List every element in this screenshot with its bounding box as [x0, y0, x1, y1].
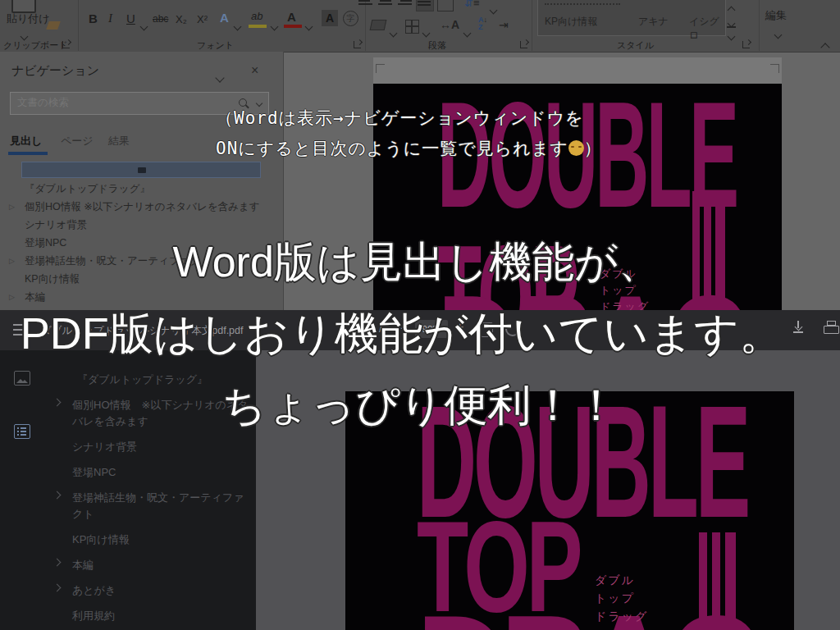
line-spacing-icon[interactable]: ⇵≡ [464, 0, 480, 9]
bookmark-item[interactable]: 登場NPC [72, 464, 251, 481]
tab-results[interactable]: 結果 [108, 134, 130, 148]
print-icon[interactable] [824, 321, 838, 336]
line-spacing-dropdown-icon[interactable] [491, 2, 496, 16]
annotation-note-line1: （Wordは表示→ナビゲーションウィンドウを [216, 107, 584, 130]
editing-dropdown-icon[interactable] [775, 26, 781, 41]
bookmark-item[interactable]: KP向け情報 [72, 532, 251, 548]
clipboard-group-label: クリップボード [3, 39, 68, 52]
search-icon [239, 98, 247, 107]
cover-title-line3: DRAG [417, 596, 760, 630]
tab-pages[interactable]: ページ [61, 134, 94, 148]
underline-button[interactable]: U [126, 11, 135, 25]
highlight-dropdown-icon[interactable] [272, 18, 277, 33]
text-effects-button[interactable]: A [220, 11, 229, 25]
object-anchor-icon [138, 167, 146, 173]
clipboard-dialog-launcher[interactable] [62, 41, 70, 48]
style-item-akina[interactable]: アキナ [638, 15, 669, 29]
tab-headings[interactable]: 見出し [10, 134, 42, 148]
bold-button[interactable]: B [89, 11, 98, 25]
bookmark-item[interactable]: 利用規約 [72, 608, 251, 624]
bookmark-expand-icon [53, 491, 62, 500]
align-left-icon[interactable] [358, 0, 373, 10]
font-group-label: フォント [197, 39, 234, 52]
enclose-character-button[interactable]: 字 [343, 11, 358, 26]
nav-pane-close-icon[interactable]: × [251, 63, 258, 78]
distribute-icon[interactable] [437, 0, 454, 11]
bookmark-expand-icon [53, 559, 62, 567]
bookmark-item[interactable]: 本編 [72, 557, 251, 573]
font-color-button[interactable]: A [287, 10, 296, 24]
strikethrough-button[interactable]: abc [153, 13, 168, 25]
search-options-icon [256, 100, 262, 107]
nav-item[interactable]: シナリオ背景 [0, 216, 283, 234]
align-right-icon[interactable] [398, 0, 413, 10]
bookmark-item[interactable]: 登場神話生物・呪文・アーティファクト [72, 490, 251, 523]
styles-gallery: KP向け情報 アキナ イシグロ [537, 0, 726, 36]
sort-icon[interactable]: A↓Z [478, 16, 487, 31]
text-effects-dropdown-icon[interactable] [235, 18, 240, 33]
borders-dropdown-icon[interactable] [423, 25, 429, 39]
superscript-button[interactable]: X² [197, 13, 208, 25]
nav-item[interactable]: 『ダブルトップドラッグ』 [0, 180, 283, 198]
paragraph-mark-icon[interactable]: ⇥ [499, 18, 509, 31]
styles-dialog-launcher[interactable] [742, 41, 750, 48]
scale-text-icon[interactable]: ↔A [440, 18, 459, 31]
nav-item[interactable]: ▷個別HO情報 ※以下シナリオのネタバレを含みます [0, 198, 283, 216]
margin-crop-mark [770, 64, 779, 73]
underline-dropdown-icon[interactable] [141, 18, 147, 33]
font-dialog-launcher[interactable] [354, 41, 361, 48]
style-item-ishiguro[interactable]: イシグロ [689, 15, 725, 43]
relieved-face-emoji [568, 140, 584, 156]
styles-more-icon[interactable] [727, 26, 736, 43]
subscript-button[interactable]: X₂ [176, 13, 187, 25]
paragraph-dialog-launcher[interactable] [520, 41, 527, 48]
highlight-button[interactable]: ab [251, 10, 262, 22]
search-input[interactable] [16, 96, 224, 109]
style-item-kp[interactable]: KP向け情報 [545, 15, 597, 29]
shading-bucket-icon[interactable] [370, 20, 387, 30]
composite-screenshot: 貼り付け クリップボード B I U abc X₂ X² A ab A A 字 … [0, 0, 840, 630]
font-color-dropdown-icon[interactable] [306, 18, 312, 33]
navigation-pane-title: ナビゲーション [11, 63, 99, 79]
headline-line2: PDF版はしおり機能が付いています。 [0, 304, 804, 364]
annotation-note-line2: ONにすると目次のように一覧で見られます） [216, 137, 602, 160]
styles-group-label: スタイル [617, 39, 654, 52]
nav-selected-item[interactable] [21, 162, 261, 178]
margin-crop-mark [376, 64, 385, 73]
align-center-icon[interactable] [378, 0, 393, 10]
paste-button[interactable]: 貼り付け [7, 11, 50, 26]
expand-triangle-icon: ▷ [9, 198, 15, 216]
borders-icon[interactable] [405, 20, 419, 34]
bookmark-item[interactable]: シナリオ背景 [72, 439, 251, 455]
paragraph-group-label: 段落 [428, 39, 446, 52]
style-preview-dotted [545, 3, 620, 5]
active-tab-underline [8, 152, 48, 155]
nav-pane-dropdown-icon[interactable] [217, 70, 223, 84]
cover-subtitle: ダブル トップ ドラッグ [595, 571, 648, 625]
editing-button[interactable]: 編集 [765, 8, 787, 23]
shading-dropdown-icon[interactable] [390, 25, 396, 39]
italic-button[interactable]: I [108, 11, 112, 25]
word-ribbon: 貼り付け クリップボード B I U abc X₂ X² A ab A A 字 … [0, 0, 840, 52]
format-painter-icon[interactable] [46, 21, 61, 30]
character-shading-button[interactable]: A [322, 10, 338, 26]
bookmark-item[interactable]: あとがき [72, 582, 251, 599]
collapse-ribbon-icon[interactable] [822, 39, 829, 54]
justify-icon[interactable] [416, 0, 434, 11]
highlight-color-bar [249, 25, 267, 28]
scale-dropdown-icon[interactable] [464, 25, 470, 39]
headline-line3: ちょっぴり便利！！ [0, 377, 840, 436]
font-color-bar [284, 25, 302, 28]
bookmark-expand-icon [53, 584, 62, 592]
headline-line1: Word版は見出し機能が、 [0, 234, 833, 291]
